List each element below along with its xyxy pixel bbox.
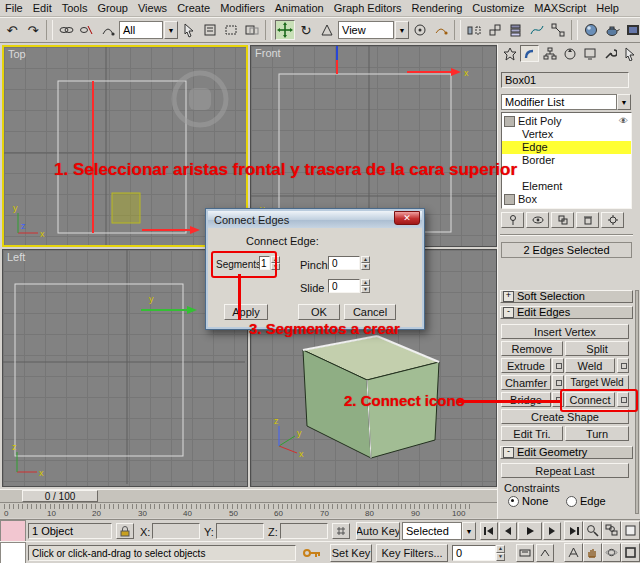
collapse-icon[interactable]: - (503, 447, 514, 458)
selection-filter-arrow-icon[interactable]: ▼ (164, 21, 178, 39)
remove-modifier-icon[interactable] (576, 212, 599, 228)
show-end-result-icon[interactable]: 👁 (619, 115, 628, 128)
rect-selection-icon[interactable] (221, 20, 241, 40)
select-and-move-icon[interactable] (275, 20, 295, 40)
time-slider-track[interactable]: 0 / 100 (0, 489, 497, 502)
chamfer-button[interactable]: Chamfer (501, 375, 551, 390)
stack-item-edit-poly[interactable]: Edit Poly👁 (502, 115, 631, 128)
grid-snap-icon[interactable] (332, 523, 350, 539)
field-of-view-icon[interactable] (564, 543, 583, 562)
remove-button[interactable]: Remove (501, 341, 563, 356)
menu-tools[interactable]: Tools (57, 0, 93, 16)
select-and-manipulate-icon[interactable] (431, 20, 451, 40)
layer-manager-icon[interactable] (506, 20, 526, 40)
menu-maxscript[interactable]: MAXScript (529, 0, 591, 16)
redo-icon[interactable]: ↷ (23, 20, 43, 40)
zoom-all-icon[interactable] (602, 521, 621, 540)
select-and-rotate-icon[interactable]: ↻ (296, 20, 316, 40)
slide-field[interactable]: 0 (328, 279, 360, 293)
edit-tri-button[interactable]: Edit Tri. (501, 426, 563, 441)
zoom-extents-icon[interactable] (621, 521, 640, 540)
constraint-edge-radio[interactable]: Edge (566, 495, 606, 507)
x-coord-field[interactable] (152, 523, 200, 539)
menu-animation[interactable]: Animation (270, 0, 329, 16)
stack-item-box[interactable]: Box (502, 193, 631, 206)
modifier-list-dropdown[interactable]: Modifier List (501, 94, 617, 110)
unlink-icon[interactable] (77, 20, 97, 40)
pinch-spinner[interactable]: ▲▼ (361, 256, 370, 270)
frame-spinner[interactable]: ▲▼ (496, 545, 505, 561)
display-tab[interactable] (580, 45, 599, 62)
chamfer-settings-icon[interactable] (552, 375, 564, 390)
z-coord-field[interactable] (280, 523, 328, 539)
auto-key-button[interactable]: Auto Key (356, 522, 400, 540)
pinch-field[interactable]: 0 (328, 256, 360, 270)
select-object-icon[interactable] (179, 20, 199, 40)
cancel-button[interactable]: Cancel (344, 304, 396, 320)
hierarchy-tab[interactable] (540, 45, 559, 62)
menu-views[interactable]: Views (133, 0, 172, 16)
configure-modifier-sets-icon[interactable] (601, 212, 624, 228)
select-by-name-icon[interactable] (200, 20, 220, 40)
collapse-icon[interactable]: - (503, 307, 514, 318)
mirror-icon[interactable] (464, 20, 484, 40)
menu-help[interactable]: Help (591, 0, 624, 16)
menu-graph-editors[interactable]: Graph Editors (329, 0, 407, 16)
extrude-button[interactable]: Extrude (501, 358, 551, 373)
pan-hand-icon[interactable] (583, 543, 602, 562)
menu-customize[interactable]: Customize (467, 0, 529, 16)
go-to-end-icon[interactable] (564, 521, 583, 540)
rollout-edit-geometry[interactable]: -Edit Geometry (500, 446, 633, 459)
stack-item-edge[interactable]: Edge (502, 141, 631, 154)
bind-spacewarp-icon[interactable] (98, 20, 118, 40)
selection-set-arrow-icon[interactable]: ▼ (462, 522, 476, 540)
panel-extra-icon[interactable] (620, 45, 639, 62)
modify-tab[interactable] (520, 45, 539, 62)
target-weld-button[interactable]: Target Weld (565, 375, 629, 390)
select-and-link-icon[interactable] (56, 20, 76, 40)
zoom-icon[interactable] (583, 521, 602, 540)
select-and-scale-icon[interactable] (317, 20, 337, 40)
menu-group[interactable]: Group (92, 0, 133, 16)
expand-icon[interactable]: + (503, 291, 514, 302)
slide-spinner[interactable]: ▲▼ (361, 279, 370, 293)
time-slider-handle[interactable]: 0 / 100 (22, 490, 98, 502)
weld-button[interactable]: Weld (565, 358, 615, 373)
maximize-viewport-icon[interactable] (621, 543, 640, 562)
rendered-frame-icon[interactable] (623, 20, 640, 40)
selection-filter-dropdown[interactable]: All (119, 21, 163, 39)
material-editor-icon[interactable] (581, 20, 601, 40)
go-to-start-icon[interactable] (480, 522, 498, 540)
pin-stack-icon[interactable] (501, 212, 524, 228)
make-unique-icon[interactable] (551, 212, 574, 228)
create-tab[interactable] (500, 45, 519, 62)
show-end-result-button-icon[interactable] (526, 212, 549, 228)
schematic-view-icon[interactable] (548, 20, 568, 40)
reference-coordinate-dropdown[interactable]: View (338, 21, 394, 39)
undo-icon[interactable]: ↶ (2, 20, 22, 40)
maxscript-mini-listener-pink[interactable] (0, 520, 26, 542)
motion-tab[interactable] (560, 45, 579, 62)
stack-item-border[interactable]: Border (502, 154, 631, 167)
weld-settings-icon[interactable] (617, 358, 629, 373)
key-filters-button[interactable]: Key Filters... (376, 544, 448, 562)
next-frame-icon[interactable] (543, 522, 561, 540)
dialog-title-bar[interactable]: Connect Edges (208, 211, 422, 228)
use-pivot-center-icon[interactable] (410, 20, 430, 40)
selection-lock-icon[interactable] (116, 523, 134, 539)
previous-frame-icon[interactable] (499, 522, 517, 540)
orbit-icon[interactable] (602, 543, 621, 562)
object-name-field[interactable]: Box01 (501, 72, 629, 88)
absolute-relative-toggle-icon[interactable] (536, 544, 554, 562)
menu-modifiers[interactable]: Modifiers (215, 0, 270, 16)
play-animation-icon[interactable] (518, 522, 542, 540)
menu-file[interactable]: File (0, 0, 28, 16)
modifier-list-arrow-icon[interactable]: ▼ (617, 94, 631, 110)
set-key-button[interactable]: Set Key (330, 544, 372, 562)
window-crossing-icon[interactable] (242, 20, 262, 40)
curve-editor-icon[interactable] (527, 20, 547, 40)
ok-button[interactable]: OK (298, 304, 340, 320)
insert-vertex-button[interactable]: Insert Vertex (501, 324, 629, 339)
turn-button[interactable]: Turn (565, 426, 629, 441)
selection-set-dropdown[interactable]: Selected (402, 522, 462, 540)
